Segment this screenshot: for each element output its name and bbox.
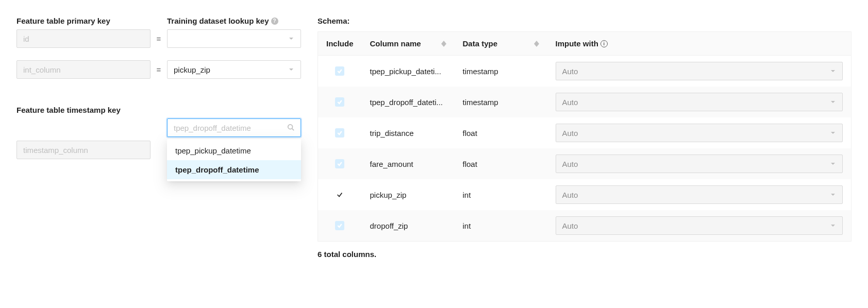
heading-row-2: Feature table timestamp key bbox=[16, 106, 305, 114]
svg-point-0 bbox=[288, 124, 293, 129]
timestamp-dropdown: tpep_pickup_datetime tpep_dropoff_dateti… bbox=[167, 139, 301, 181]
chevron-down-icon bbox=[288, 66, 294, 73]
impute-value: Auto bbox=[562, 67, 578, 76]
column-name-cell: fare_amount bbox=[362, 148, 455, 179]
primary-key-input-2: int_column bbox=[16, 60, 151, 79]
mapping-row-3: timestamp_column tpep_dropoff_datetime t… bbox=[16, 118, 305, 181]
impute-select[interactable]: Auto bbox=[556, 124, 843, 142]
th-data-type[interactable]: Data type bbox=[455, 32, 547, 56]
checkbox-checked-icon bbox=[335, 66, 344, 76]
lookup-key-select-2[interactable]: pickup_zip bbox=[167, 60, 301, 79]
checkbox-checked-icon bbox=[335, 97, 344, 107]
timestamp-lookup-search-text: tpep_dropoff_datetime bbox=[174, 124, 251, 132]
equals-sign: = bbox=[151, 35, 167, 43]
include-cell[interactable] bbox=[318, 87, 362, 117]
chevron-down-icon bbox=[288, 36, 294, 42]
primary-key-input-1-text: id bbox=[23, 35, 29, 43]
impute-select[interactable]: Auto bbox=[556, 62, 843, 80]
th-include: Include bbox=[318, 32, 362, 56]
chevron-down-icon bbox=[830, 161, 836, 167]
impute-value: Auto bbox=[562, 160, 578, 168]
impute-value: Auto bbox=[562, 129, 578, 138]
primary-key-label: Feature table primary key bbox=[16, 16, 151, 25]
feature-mapping-panel: Feature table primary key Training datas… bbox=[16, 16, 305, 259]
checkmark-icon bbox=[335, 190, 344, 199]
lookup-key-label: Training dataset lookup key ? bbox=[167, 16, 301, 25]
help-icon[interactable]: ? bbox=[271, 18, 278, 25]
include-cell[interactable] bbox=[318, 56, 362, 87]
dropdown-option-1[interactable]: tpep_dropoff_datetime bbox=[167, 160, 301, 179]
timestamp-lookup-search[interactable]: tpep_dropoff_datetime bbox=[167, 118, 301, 137]
info-icon[interactable]: i bbox=[600, 40, 608, 47]
th-impute: Impute with i bbox=[547, 32, 852, 56]
include-cell[interactable] bbox=[318, 179, 362, 210]
impute-value: Auto bbox=[562, 221, 578, 230]
lookup-key-select-2-value: pickup_zip bbox=[174, 65, 210, 74]
lookup-key-label-text: Training dataset lookup key bbox=[167, 16, 269, 25]
impute-cell: Auto bbox=[547, 87, 852, 117]
data-type-cell: timestamp bbox=[455, 56, 547, 87]
table-row: tpep_dropoff_dateti...timestampAuto bbox=[318, 87, 852, 117]
chevron-down-icon bbox=[830, 68, 836, 74]
primary-key-input-1: id bbox=[16, 29, 151, 48]
include-cell[interactable] bbox=[318, 148, 362, 179]
data-type-cell: float bbox=[455, 148, 547, 179]
schema-table: Include Column name Data bbox=[318, 31, 852, 242]
checkbox-checked-icon bbox=[335, 159, 344, 168]
timestamp-key-input-text: timestamp_column bbox=[23, 146, 88, 155]
table-row: trip_distancefloatAuto bbox=[318, 117, 852, 148]
schema-title: Schema: bbox=[318, 16, 852, 25]
lookup-key-select-1[interactable] bbox=[167, 29, 301, 48]
table-row: pickup_zipintAuto bbox=[318, 179, 852, 210]
column-name-cell: pickup_zip bbox=[362, 179, 455, 210]
impute-cell: Auto bbox=[547, 148, 852, 179]
impute-cell: Auto bbox=[547, 56, 852, 87]
checkbox-checked-icon bbox=[335, 221, 344, 230]
sort-icon bbox=[534, 41, 539, 47]
column-name-cell: trip_distance bbox=[362, 117, 455, 148]
data-type-cell: timestamp bbox=[455, 87, 547, 117]
th-column-name[interactable]: Column name bbox=[362, 32, 455, 56]
impute-value: Auto bbox=[562, 191, 578, 199]
impute-cell: Auto bbox=[547, 179, 852, 210]
total-columns-text: 6 total columns. bbox=[318, 250, 852, 259]
equals-sign: = bbox=[151, 65, 167, 74]
timestamp-key-label: Feature table timestamp key bbox=[16, 106, 151, 114]
table-row: tpep_pickup_dateti...timestampAuto bbox=[318, 56, 852, 87]
sort-icon bbox=[441, 41, 446, 47]
data-type-cell: float bbox=[455, 117, 547, 148]
impute-cell: Auto bbox=[547, 117, 852, 148]
mapping-row-1: id = bbox=[16, 29, 305, 48]
search-icon bbox=[287, 124, 294, 132]
impute-select[interactable]: Auto bbox=[556, 185, 843, 204]
table-row: dropoff_zipintAuto bbox=[318, 210, 852, 242]
data-type-cell: int bbox=[455, 179, 547, 210]
chevron-down-icon bbox=[830, 130, 836, 136]
chevron-down-icon bbox=[830, 192, 836, 198]
heading-row-1: Feature table primary key Training datas… bbox=[16, 16, 305, 25]
impute-select[interactable]: Auto bbox=[556, 93, 843, 111]
column-name-cell: tpep_dropoff_dateti... bbox=[362, 87, 455, 117]
chevron-down-icon bbox=[830, 99, 836, 105]
impute-select[interactable]: Auto bbox=[556, 216, 843, 235]
table-row: fare_amountfloatAuto bbox=[318, 148, 852, 179]
include-cell[interactable] bbox=[318, 210, 362, 242]
svg-line-1 bbox=[292, 128, 294, 130]
column-name-cell: tpep_pickup_dateti... bbox=[362, 56, 455, 87]
chevron-down-icon bbox=[830, 223, 836, 229]
data-type-cell: int bbox=[455, 210, 547, 242]
dropdown-option-0[interactable]: tpep_pickup_datetime bbox=[167, 141, 301, 160]
timestamp-key-input: timestamp_column bbox=[16, 141, 151, 159]
column-name-cell: dropoff_zip bbox=[362, 210, 455, 242]
impute-value: Auto bbox=[562, 98, 578, 107]
impute-select[interactable]: Auto bbox=[556, 155, 843, 173]
primary-key-input-2-text: int_column bbox=[23, 65, 61, 74]
schema-panel: Schema: Include Column name bbox=[318, 16, 852, 259]
impute-cell: Auto bbox=[547, 210, 852, 242]
checkbox-checked-icon bbox=[335, 128, 344, 138]
include-cell[interactable] bbox=[318, 117, 362, 148]
mapping-row-2: int_column = pickup_zip bbox=[16, 60, 305, 79]
